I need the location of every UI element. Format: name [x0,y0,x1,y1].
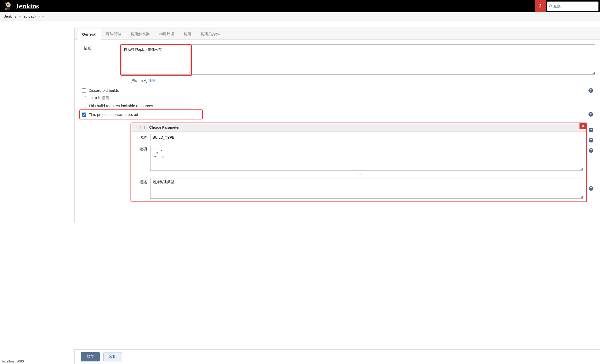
config-panel: General 源码管理 构建触发器 构建环境 构建 构建后操作 描述 [Pla… [74,27,600,223]
checkbox-input[interactable] [82,88,86,93]
chevron-right-icon: ▶ [42,15,44,18]
checkbox-label: Discard old builds [88,88,119,93]
close-button[interactable]: X [579,123,587,129]
param-name-row: 名称 [131,132,586,143]
tab-scm[interactable]: 源码管理 [101,28,126,39]
notification-badge[interactable]: 2 [535,0,546,12]
checkbox-parameterized[interactable]: This project is parameterized [79,109,203,119]
jenkins-logo-icon [4,1,12,11]
breadcrumb-item[interactable]: autoapk [22,14,37,18]
help-icon[interactable]: ? [588,112,593,117]
param-desc-row: 描述 [131,176,586,201]
checkbox-label: This project is parameterized [89,112,138,117]
param-choices-row: 选项 [131,143,586,174]
tab-env[interactable]: 构建环境 [154,28,179,39]
description-subtext: [Plain text] 预览 [131,78,595,83]
checkbox-input[interactable] [82,113,86,117]
param-desc-label: 描述 [134,178,147,185]
svg-line-6 [551,6,552,7]
checkbox-label: GitHub 项目 [88,96,109,100]
choice-parameter-block: X ⋮⋮⋮ Choice Parameter 名称 选项 [131,123,587,202]
tab-build[interactable]: 构建 [179,28,196,39]
svg-point-5 [549,4,552,7]
description-textarea[interactable] [122,46,191,74]
breadcrumb-item[interactable]: Jenkins [3,14,17,18]
checkbox-lockable-resources[interactable]: This build requires lockable resources [79,102,595,109]
checkbox-github-project[interactable]: GitHub 项目 [79,94,595,102]
svg-point-3 [8,4,9,5]
param-name-input[interactable] [150,134,583,141]
search-icon [549,4,552,8]
plain-text-label: [Plain text] [131,78,147,83]
chevron-down-icon[interactable]: ▼ [38,15,40,18]
description-row: 描述 [79,44,595,76]
search-input[interactable] [553,4,597,8]
top-header: Jenkins 2 [0,0,600,12]
help-icon[interactable]: ? [589,148,593,153]
drag-handle-icon[interactable]: ⋮⋮⋮ [134,125,147,129]
help-icon[interactable]: ? [589,186,593,191]
tab-general[interactable]: General [77,29,101,40]
parameter-title: Choice Parameter [149,125,180,129]
breadcrumb-bar: Jenkins ▶ autoapk ▼ ▶ [0,12,600,21]
tab-strip: General 源码管理 构建触发器 构建环境 构建 构建后操作 [75,27,600,40]
svg-point-0 [6,2,11,7]
checkbox-input[interactable] [82,96,86,100]
parameter-header: ⋮⋮⋮ Choice Parameter [131,123,586,132]
search-box[interactable] [547,2,598,11]
resize-handle-icon[interactable] [131,174,586,176]
app-title: Jenkins [15,2,39,10]
help-icon[interactable]: ? [589,138,593,143]
chevron-right-icon: ▶ [19,15,21,18]
svg-point-2 [7,4,8,5]
param-choices-textarea[interactable] [150,145,583,171]
checkbox-input[interactable] [82,104,86,108]
preview-link[interactable]: 预览 [148,78,155,83]
help-icon[interactable]: ? [588,88,593,93]
param-name-label: 名称 [134,134,147,140]
svg-rect-1 [7,7,9,10]
checkbox-discard-old-builds[interactable]: Discard old builds ? [79,87,595,94]
svg-rect-4 [6,8,7,10]
checkbox-label: This build requires lockable resources [88,104,153,108]
tab-post[interactable]: 构建后操作 [196,28,224,39]
description-label: 描述 [79,44,120,51]
param-desc-textarea[interactable] [150,178,583,199]
help-icon[interactable]: ? [589,128,593,132]
param-choices-label: 选项 [134,145,147,151]
tab-triggers[interactable]: 构建触发器 [126,28,154,39]
logo-area[interactable]: Jenkins [4,1,39,11]
